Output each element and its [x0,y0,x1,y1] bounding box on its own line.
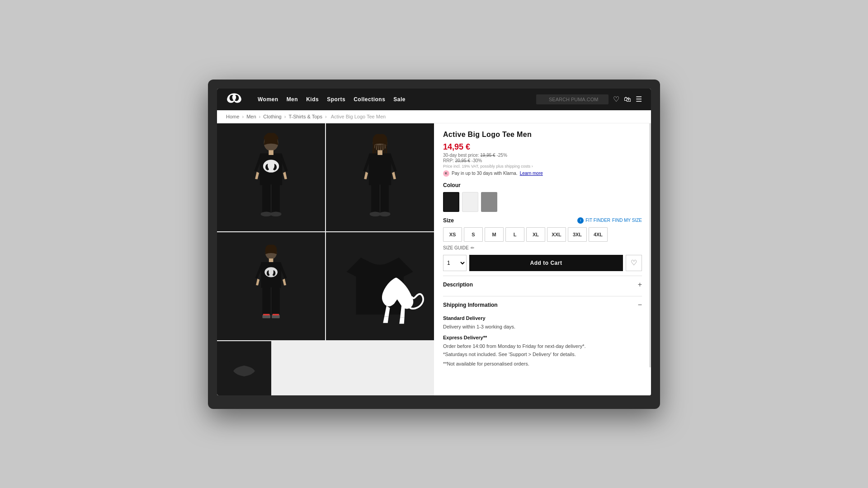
price-rrp: RRP: 20,95 € -30% [443,158,642,163]
puma-logo[interactable] [226,93,242,106]
nav-links: Women Men Kids Sports Collections Sale [258,96,525,103]
svg-point-18 [264,267,278,277]
nav-sports[interactable]: Sports [327,96,345,103]
nav-collections[interactable]: Collections [354,96,385,103]
size-4xl[interactable]: 4XL [589,227,608,242]
search-wrapper: 🔍 [536,94,609,104]
fit-finder-icon: i [577,217,584,224]
size-xl[interactable]: XL [526,227,545,242]
express-delivery-note: *Saturdays not included. See 'Support > … [443,351,642,359]
fit-finder-label: FIT FINDER [585,218,610,223]
breadcrumb-tshirts[interactable]: T-Shirts & Tops [289,114,322,119]
scrollbar[interactable] [649,123,651,367]
description-title: Description [443,282,473,288]
size-l[interactable]: L [505,227,524,242]
size-grid: XS S M L XL XXL 3XL 4XL [443,227,642,242]
product-image-front[interactable] [217,123,325,231]
nav-sale[interactable]: Sale [393,96,406,103]
shipping-title: Shipping Information [443,302,498,308]
size-xxl[interactable]: XXL [547,227,566,242]
nav-women[interactable]: Women [258,96,278,103]
breadcrumb: Home › Men › Clothing › T-Shirts & Tops … [217,110,651,123]
description-accordion: Description + [443,276,642,291]
fit-finder[interactable]: i FIT FINDER FIND MY SIZE [577,217,642,224]
main-content: Active Big Logo Tee Men 14,95 € 30-day b… [217,123,651,395]
add-to-cart-button[interactable]: Add to Cart [469,255,623,271]
product-image-full[interactable] [217,232,325,340]
shipping-content: Standard Delivery Delivery within 1-3 wo… [443,314,642,367]
quantity-select[interactable]: 1 2 3 4 [443,255,467,271]
rrp-label: RRP: [443,158,454,163]
best-price-value: 19,95 € [480,153,495,158]
colour-options [443,192,642,212]
rrp-value: 20,95 € [455,158,470,163]
add-to-cart-row: 1 2 3 4 Add to Cart ♡ [443,255,642,271]
standard-delivery-text: Delivery within 1-3 working days. [443,323,642,331]
price-current: 14,95 € [443,142,642,152]
express-not-available: **Not available for personalised orders. [443,360,642,367]
best-price-discount: -25% [496,153,507,158]
express-delivery-title: Express Delivery** [443,334,642,342]
shipping-accordion: Shipping Information − Standard Delivery… [443,296,642,367]
colour-swatch-white[interactable] [462,192,478,212]
price-tax: Price incl. 19% VAT, possibly plus shipp… [443,164,642,169]
klarna-learn-more[interactable]: Learn more [520,171,543,176]
size-label: Size [443,217,454,224]
svg-rect-10 [377,150,382,155]
best-price-label: 30-day best price: [443,153,479,158]
product-image-shirt[interactable] [326,232,434,340]
size-header: Size i FIT FINDER FIND MY SIZE [443,217,642,224]
svg-rect-24 [273,314,279,315]
size-guide-label: SIZE GUIDE [443,245,469,250]
account-icon[interactable]: ☰ [636,95,642,103]
product-image-bottom[interactable] [217,341,271,395]
size-s[interactable]: S [464,227,483,242]
colour-swatch-grey[interactable] [481,192,497,212]
standard-delivery-title: Standard Delivery [443,314,642,323]
svg-rect-23 [263,314,269,315]
laptop-frame: Women Men Kids Sports Collections Sale 🔍… [208,80,660,409]
breadcrumb-clothing[interactable]: Clothing [263,114,281,119]
wishlist-button[interactable]: ♡ [626,255,642,271]
description-accordion-header[interactable]: Description + [443,276,642,291]
breadcrumb-home[interactable]: Home [226,114,239,119]
express-delivery-text: Order before 14:00 from Monday to Friday… [443,343,642,351]
cart-icon[interactable]: 🛍 [624,95,631,103]
shipping-toggle: − [638,301,642,309]
svg-point-14 [379,212,391,217]
size-3xl[interactable]: 3XL [568,227,587,242]
svg-point-13 [370,212,381,217]
product-image-back[interactable] [326,123,434,231]
nav-men[interactable]: Men [287,96,298,103]
svg-point-6 [261,212,272,217]
size-guide-icon: ✏ [471,245,474,250]
product-images [217,123,434,395]
shipping-accordion-header[interactable]: Shipping Information − [443,296,642,312]
search-input[interactable] [536,94,609,104]
size-xs[interactable]: XS [443,227,462,242]
colour-swatch-black[interactable] [443,192,459,212]
rrp-discount: -30% [472,158,482,163]
klarna-row: K Pay in up to 30 days with Klarna. Lear… [443,170,642,177]
screen: Women Men Kids Sports Collections Sale 🔍… [217,89,651,395]
product-details: Active Big Logo Tee Men 14,95 € 30-day b… [434,123,651,367]
description-toggle: + [638,281,642,289]
price-best: 30-day best price: 19,95 € -25% [443,153,642,158]
wishlist-nav-icon[interactable]: ♡ [613,95,619,103]
svg-point-7 [270,212,282,217]
breadcrumb-current: Active Big Logo Tee Men [331,114,386,119]
product-title: Active Big Logo Tee Men [443,131,642,139]
klarna-logo: K [443,170,449,177]
klarna-text: Pay in up to 30 days with Klarna. [452,171,518,176]
find-my-size-label: FIND MY SIZE [612,218,642,223]
nav-kids[interactable]: Kids [306,96,319,103]
navbar-right: 🔍 ♡ 🛍 ☰ [536,94,642,104]
size-m[interactable]: M [485,227,504,242]
svg-rect-9 [369,154,391,186]
navbar: Women Men Kids Sports Collections Sale 🔍… [217,89,651,110]
svg-rect-3 [269,150,274,155]
svg-point-2 [263,160,279,173]
colour-label: Colour [443,182,642,188]
breadcrumb-men[interactable]: Men [246,114,256,119]
size-guide-row[interactable]: SIZE GUIDE ✏ [443,245,642,250]
